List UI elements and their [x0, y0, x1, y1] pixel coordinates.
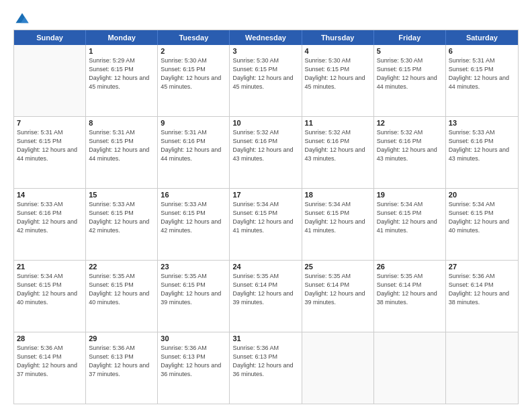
calendar-cell: 10Sunrise: 5:32 AM Sunset: 6:16 PM Dayli…	[230, 117, 302, 188]
calendar-cell: 1Sunrise: 5:29 AM Sunset: 6:15 PM Daylig…	[86, 45, 158, 116]
day-info: Sunrise: 5:33 AM Sunset: 6:15 PM Dayligh…	[89, 200, 154, 235]
calendar-cell: 4Sunrise: 5:30 AM Sunset: 6:15 PM Daylig…	[302, 45, 374, 116]
calendar-cell: 30Sunrise: 5:36 AM Sunset: 6:13 PM Dayli…	[158, 332, 230, 404]
calendar-cell: 12Sunrise: 5:32 AM Sunset: 6:16 PM Dayli…	[374, 117, 446, 188]
calendar-cell: 8Sunrise: 5:31 AM Sunset: 6:15 PM Daylig…	[86, 117, 158, 188]
calendar-cell: 17Sunrise: 5:34 AM Sunset: 6:15 PM Dayli…	[230, 189, 302, 260]
calendar-row: 1Sunrise: 5:29 AM Sunset: 6:15 PM Daylig…	[14, 45, 518, 116]
calendar-row: 14Sunrise: 5:33 AM Sunset: 6:16 PM Dayli…	[14, 188, 518, 260]
header-day: Thursday	[302, 30, 374, 45]
day-info: Sunrise: 5:31 AM Sunset: 6:15 PM Dayligh…	[89, 128, 154, 163]
day-number: 22	[89, 263, 154, 271]
calendar-cell: 21Sunrise: 5:34 AM Sunset: 6:15 PM Dayli…	[14, 261, 86, 332]
day-info: Sunrise: 5:36 AM Sunset: 6:13 PM Dayligh…	[161, 344, 226, 379]
calendar-cell: 22Sunrise: 5:35 AM Sunset: 6:15 PM Dayli…	[86, 261, 158, 332]
calendar-cell: 14Sunrise: 5:33 AM Sunset: 6:16 PM Dayli…	[14, 189, 86, 260]
calendar-cell: 13Sunrise: 5:33 AM Sunset: 6:16 PM Dayli…	[446, 117, 518, 188]
day-number: 18	[305, 191, 371, 199]
day-info: Sunrise: 5:30 AM Sunset: 6:15 PM Dayligh…	[305, 56, 371, 91]
day-info: Sunrise: 5:35 AM Sunset: 6:14 PM Dayligh…	[377, 272, 443, 307]
calendar: SundayMondayTuesdayWednesdayThursdayFrid…	[13, 30, 519, 404]
header-day: Monday	[86, 30, 158, 45]
day-number: 12	[377, 119, 443, 127]
calendar-cell: 7Sunrise: 5:31 AM Sunset: 6:15 PM Daylig…	[14, 117, 86, 188]
day-number: 3	[232, 47, 298, 55]
day-info: Sunrise: 5:33 AM Sunset: 6:15 PM Dayligh…	[161, 200, 226, 235]
calendar-cell	[14, 45, 86, 116]
day-number: 25	[305, 263, 371, 271]
day-number: 20	[449, 191, 515, 199]
day-number: 30	[161, 334, 226, 342]
day-number: 27	[449, 263, 515, 271]
day-number: 29	[89, 334, 154, 342]
day-number: 15	[89, 191, 154, 199]
calendar-cell: 20Sunrise: 5:34 AM Sunset: 6:15 PM Dayli…	[446, 189, 518, 260]
day-number: 7	[17, 119, 83, 127]
calendar-cell: 15Sunrise: 5:33 AM Sunset: 6:15 PM Dayli…	[86, 189, 158, 260]
day-info: Sunrise: 5:32 AM Sunset: 6:16 PM Dayligh…	[377, 128, 443, 163]
day-number: 31	[232, 334, 298, 342]
day-info: Sunrise: 5:31 AM Sunset: 6:16 PM Dayligh…	[161, 128, 226, 163]
calendar-cell	[446, 332, 518, 404]
calendar-cell: 26Sunrise: 5:35 AM Sunset: 6:14 PM Dayli…	[374, 261, 446, 332]
day-info: Sunrise: 5:34 AM Sunset: 6:15 PM Dayligh…	[377, 200, 443, 235]
day-number: 11	[305, 119, 371, 127]
logo-icon	[15, 12, 30, 27]
calendar-cell: 5Sunrise: 5:30 AM Sunset: 6:15 PM Daylig…	[374, 45, 446, 116]
day-info: Sunrise: 5:35 AM Sunset: 6:14 PM Dayligh…	[305, 272, 371, 307]
header-day: Tuesday	[158, 30, 230, 45]
day-info: Sunrise: 5:31 AM Sunset: 6:15 PM Dayligh…	[17, 128, 83, 163]
day-info: Sunrise: 5:35 AM Sunset: 6:15 PM Dayligh…	[89, 272, 154, 307]
day-number: 2	[161, 47, 226, 55]
day-number: 24	[232, 263, 298, 271]
day-info: Sunrise: 5:30 AM Sunset: 6:15 PM Dayligh…	[377, 56, 443, 91]
header-day: Saturday	[446, 30, 518, 45]
day-info: Sunrise: 5:35 AM Sunset: 6:14 PM Dayligh…	[232, 272, 298, 307]
day-number: 16	[161, 191, 226, 199]
day-info: Sunrise: 5:31 AM Sunset: 6:15 PM Dayligh…	[449, 56, 515, 91]
day-info: Sunrise: 5:36 AM Sunset: 6:14 PM Dayligh…	[449, 272, 515, 307]
day-info: Sunrise: 5:33 AM Sunset: 6:16 PM Dayligh…	[449, 128, 515, 163]
calendar-cell: 28Sunrise: 5:36 AM Sunset: 6:14 PM Dayli…	[14, 332, 86, 404]
calendar-cell: 16Sunrise: 5:33 AM Sunset: 6:15 PM Dayli…	[158, 189, 230, 260]
day-info: Sunrise: 5:35 AM Sunset: 6:15 PM Dayligh…	[161, 272, 226, 307]
day-number: 5	[377, 47, 443, 55]
day-info: Sunrise: 5:34 AM Sunset: 6:15 PM Dayligh…	[449, 200, 515, 235]
day-number: 4	[305, 47, 371, 55]
day-number: 19	[377, 191, 443, 199]
day-info: Sunrise: 5:34 AM Sunset: 6:15 PM Dayligh…	[232, 200, 298, 235]
day-info: Sunrise: 5:30 AM Sunset: 6:15 PM Dayligh…	[161, 56, 226, 91]
day-info: Sunrise: 5:36 AM Sunset: 6:13 PM Dayligh…	[232, 344, 298, 379]
calendar-cell: 27Sunrise: 5:36 AM Sunset: 6:14 PM Dayli…	[446, 261, 518, 332]
day-info: Sunrise: 5:36 AM Sunset: 6:13 PM Dayligh…	[89, 344, 154, 379]
page: SundayMondayTuesdayWednesdayThursdayFrid…	[0, 0, 532, 411]
header	[13, 12, 519, 24]
calendar-cell: 19Sunrise: 5:34 AM Sunset: 6:15 PM Dayli…	[374, 189, 446, 260]
header-day: Wednesday	[230, 30, 302, 45]
calendar-cell: 25Sunrise: 5:35 AM Sunset: 6:14 PM Dayli…	[302, 261, 374, 332]
logo	[13, 12, 30, 24]
day-info: Sunrise: 5:34 AM Sunset: 6:15 PM Dayligh…	[17, 272, 83, 307]
day-number: 10	[232, 119, 298, 127]
calendar-cell: 3Sunrise: 5:30 AM Sunset: 6:15 PM Daylig…	[230, 45, 302, 116]
day-info: Sunrise: 5:29 AM Sunset: 6:15 PM Dayligh…	[89, 56, 154, 91]
day-info: Sunrise: 5:33 AM Sunset: 6:16 PM Dayligh…	[17, 200, 83, 235]
day-info: Sunrise: 5:30 AM Sunset: 6:15 PM Dayligh…	[232, 56, 298, 91]
day-number: 28	[17, 334, 83, 342]
calendar-cell: 6Sunrise: 5:31 AM Sunset: 6:15 PM Daylig…	[446, 45, 518, 116]
day-number: 23	[161, 263, 226, 271]
calendar-row: 7Sunrise: 5:31 AM Sunset: 6:15 PM Daylig…	[14, 116, 518, 188]
header-day: Friday	[374, 30, 446, 45]
calendar-header: SundayMondayTuesdayWednesdayThursdayFrid…	[14, 30, 518, 45]
day-number: 26	[377, 263, 443, 271]
day-number: 13	[449, 119, 515, 127]
calendar-cell: 9Sunrise: 5:31 AM Sunset: 6:16 PM Daylig…	[158, 117, 230, 188]
header-day: Sunday	[14, 30, 86, 45]
calendar-cell: 31Sunrise: 5:36 AM Sunset: 6:13 PM Dayli…	[230, 332, 302, 404]
calendar-cell: 18Sunrise: 5:34 AM Sunset: 6:15 PM Dayli…	[302, 189, 374, 260]
day-number: 9	[161, 119, 226, 127]
calendar-cell: 11Sunrise: 5:32 AM Sunset: 6:16 PM Dayli…	[302, 117, 374, 188]
calendar-cell: 23Sunrise: 5:35 AM Sunset: 6:15 PM Dayli…	[158, 261, 230, 332]
day-number: 14	[17, 191, 83, 199]
day-number: 17	[232, 191, 298, 199]
